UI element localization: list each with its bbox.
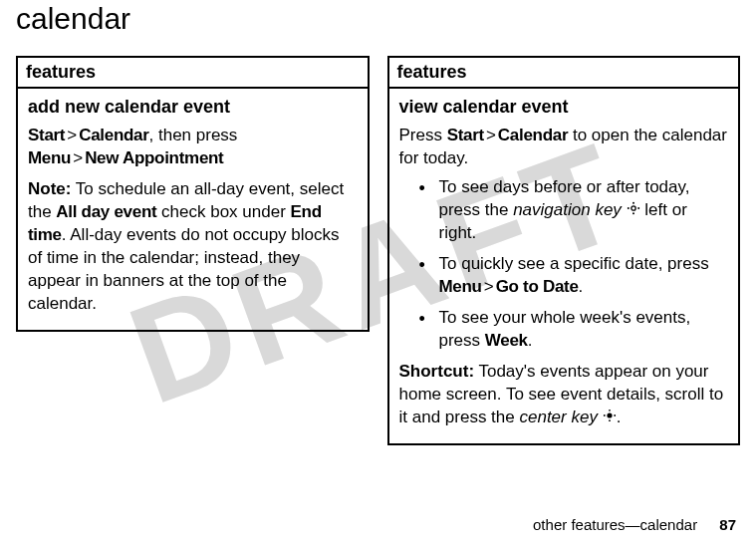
gt-icon: > xyxy=(73,148,83,167)
note-text-2: check box under xyxy=(156,202,290,221)
b3-week: Week xyxy=(485,331,528,350)
features-table-right: features view calendar event Press Start… xyxy=(387,56,741,445)
features-cell-left: add new calendar event Start>Calendar, t… xyxy=(17,88,369,331)
svg-point-5 xyxy=(607,412,612,417)
path-newappt: New Appointment xyxy=(85,148,223,167)
sc-post: . xyxy=(617,408,622,426)
features-table-left: features add new calendar event Start>Ca… xyxy=(16,56,370,332)
path-calendar: Calendar xyxy=(79,126,148,144)
page-title: calendar xyxy=(16,0,756,36)
page-number: 87 xyxy=(719,516,736,533)
b2-gotodate: Go to Date xyxy=(496,277,579,296)
shortcut-block: Shortcut: Today's events appear on your … xyxy=(399,361,729,429)
add-event-heading: add new calendar event xyxy=(28,95,358,119)
footer-text: other features—calendar xyxy=(533,516,697,533)
gt-icon: > xyxy=(67,126,77,144)
list-item: To see your whole week's events, press W… xyxy=(423,307,729,353)
note-text-3: . All-day events do not occupy blocks of… xyxy=(28,225,340,313)
b3-post: . xyxy=(528,331,533,350)
center-key-icon xyxy=(603,407,617,429)
view-event-heading: view calendar event xyxy=(399,95,729,119)
left-column: features add new calendar event Start>Ca… xyxy=(16,56,370,445)
view-event-intro: Press Start>Calendar to open the calenda… xyxy=(399,125,729,170)
b2-menu: Menu xyxy=(439,277,482,296)
path-menu: Menu xyxy=(28,148,71,167)
intro-calendar: Calendar xyxy=(498,126,568,144)
b2-post: . xyxy=(579,277,584,296)
svg-point-1 xyxy=(632,202,634,204)
sc-centerkey: center key xyxy=(519,408,597,426)
svg-point-9 xyxy=(614,414,616,416)
list-item: To see days before or after today, press… xyxy=(423,176,729,245)
features-header-right: features xyxy=(388,57,740,88)
page-footer: other features—calendar 87 xyxy=(533,516,736,533)
add-event-path: Start>Calendar, then press Menu>New Appo… xyxy=(28,125,358,170)
right-column: features view calendar event Press Start… xyxy=(387,56,741,445)
intro-start: Start xyxy=(447,126,484,144)
list-item: To quickly see a specific date, press Me… xyxy=(423,253,729,299)
svg-point-0 xyxy=(630,206,634,210)
gt-icon: > xyxy=(484,277,494,296)
path-then: , then press xyxy=(149,126,238,144)
svg-point-2 xyxy=(632,212,634,214)
shortcut-label: Shortcut: xyxy=(399,362,475,381)
b1-navkey: navigation key xyxy=(513,200,622,219)
svg-point-6 xyxy=(609,409,611,411)
b3-pre: To see your whole week's events, press xyxy=(439,308,691,350)
intro-pre: Press xyxy=(399,126,447,144)
features-header-left: features xyxy=(17,57,369,88)
add-event-note: Note: To schedule an all-day event, sele… xyxy=(28,178,358,316)
svg-point-3 xyxy=(627,207,629,209)
svg-point-4 xyxy=(637,207,639,209)
features-cell-right: view calendar event Press Start>Calendar… xyxy=(388,88,740,444)
navigation-key-icon xyxy=(627,199,640,222)
note-label: Note: xyxy=(28,179,71,198)
svg-point-8 xyxy=(604,414,606,416)
view-event-bullets: To see days before or after today, press… xyxy=(399,176,729,353)
b2-pre: To quickly see a specific date, press xyxy=(439,254,709,273)
gt-icon: > xyxy=(486,126,496,144)
svg-point-7 xyxy=(609,419,611,421)
content-columns: features add new calendar event Start>Ca… xyxy=(0,56,756,445)
note-allday: All day event xyxy=(56,202,156,221)
path-start: Start xyxy=(28,126,65,144)
